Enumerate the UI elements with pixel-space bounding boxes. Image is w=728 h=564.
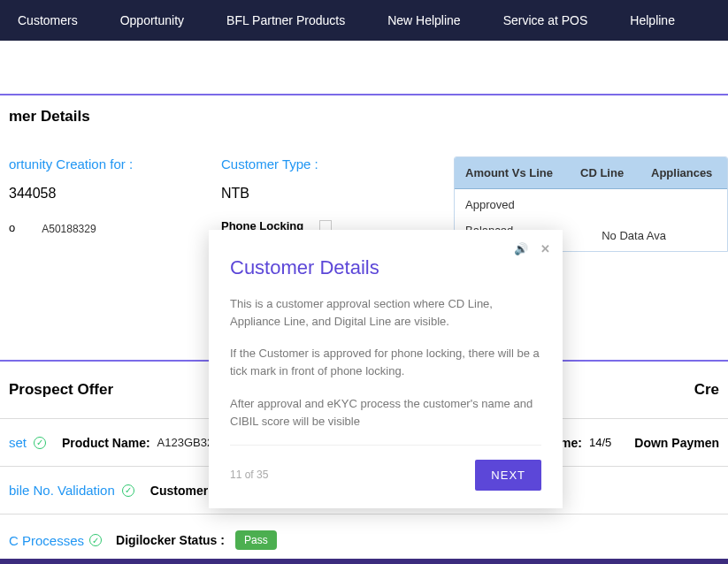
opportunity-column: ortunity Creation for : 344058 o A501883… [9,156,221,333]
customer-label: Customer [150,484,208,498]
nav-customers[interactable]: Customers [18,13,78,27]
sub-o: o [9,221,15,234]
nav-service-pos[interactable]: Service at POS [503,13,588,27]
prospect-offer-title: Prospect Offer [9,381,113,399]
mobile-validation-label: bile No. Validation [9,483,115,498]
modal-p3: After approval and eKYC process the cust… [230,395,541,431]
table-row: Approved [455,189,727,220]
th-amount-line: Amount Vs Line [465,166,580,179]
close-icon[interactable]: ✕ [540,242,550,255]
product-name-label: Product Name: [62,436,150,450]
audio-icon[interactable]: 🔊 [514,242,528,255]
asset-label: set [9,435,27,450]
tour-modal: 🔊 ✕ Customer Details This is a customer … [209,230,563,508]
digilocker-label: Digilocker Status : [116,533,225,547]
table-row1-val: Approved [465,198,515,211]
pass-badge: Pass [235,530,277,550]
table-header: Amount Vs Line CD Line Appliances [455,157,727,189]
nav-opportunity[interactable]: Opportunity [120,13,184,27]
customer-type-value: NTB [221,186,451,202]
kyc-processes-label: C Processes [9,533,84,548]
modal-controls: 🔊 ✕ [514,242,550,255]
nav-helpline[interactable]: Helpline [630,13,675,27]
opportunity-sub: o A50188329 [9,219,221,235]
th-appliances: Appliances [651,166,717,179]
check-icon: ✓ [89,534,102,546]
opportunity-label: ortunity Creation for : [9,156,221,171]
customer-type-label: Customer Type : [221,156,451,171]
modal-p2: If the Customer is approved for phone lo… [230,345,541,380]
th-cd-line: CD Line [580,166,651,179]
customer-details-title: mer Details [0,95,728,139]
modal-footer: 11 of 35 NEXT [230,445,541,491]
opportunity-value: 344058 [9,186,221,202]
down-payment-label: Down Paymen [634,436,719,450]
cre-label: Cre [694,381,719,399]
sub-code: A50188329 [42,223,96,235]
check-icon: ✓ [122,484,134,497]
modal-body: This is a customer approval section wher… [230,295,541,431]
kyc-row: C Processes ✓ Digilocker Status : Pass [0,514,728,564]
modal-title: Customer Details [230,256,541,279]
modal-p1: This is a customer approval section wher… [230,295,541,331]
nav-new-helpline[interactable]: New Helpline [387,13,460,27]
check-icon: ✓ [34,437,46,449]
nav-partner-products[interactable]: BFL Partner Products [226,13,345,27]
top-nav: Customers Opportunity BFL Partner Produc… [0,0,728,41]
name-value: 14/5 [589,436,611,449]
next-button[interactable]: NEXT [475,460,541,491]
bottom-bar [0,559,728,564]
step-counter: 11 of 35 [230,469,268,481]
